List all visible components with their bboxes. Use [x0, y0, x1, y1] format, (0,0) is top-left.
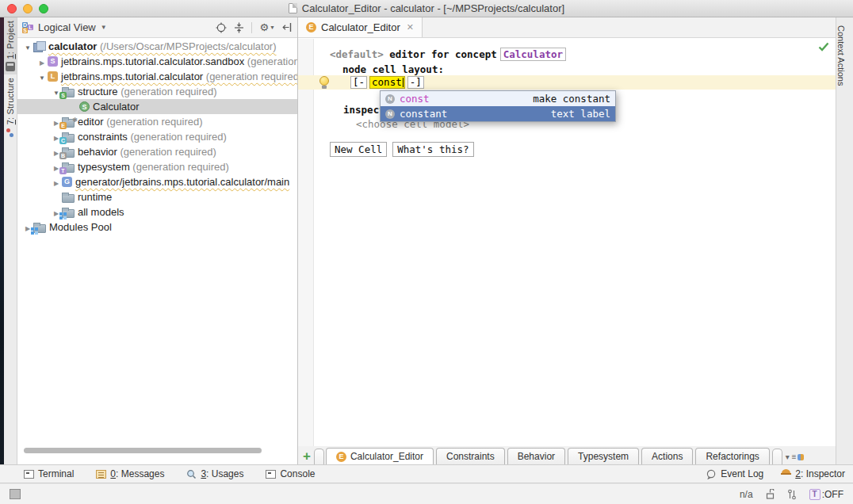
tab-spacer — [772, 449, 782, 464]
tree-item-sandbox[interactable]: S jetbrains.mps.tutorial.calculator.sand… — [17, 54, 297, 69]
generator-icon: G — [62, 177, 72, 187]
minimize-window-button[interactable] — [23, 4, 33, 13]
typesystem-aspect-icon: T — [62, 164, 75, 173]
aspect-tab-strip: + E Calculator_Editor Constraints Behavi… — [298, 446, 836, 464]
tree-item-generator[interactable]: G generator/jetbrains.mps.tutorial.calcu… — [17, 174, 297, 189]
tree-item-constraints[interactable]: C constraints (generation required) — [17, 129, 297, 144]
whats-this-button[interactable]: What's this? — [392, 142, 473, 157]
chevron-collapsed-icon[interactable] — [36, 55, 48, 67]
intention-bulb-icon[interactable] — [319, 76, 329, 86]
status-bar: n/a T :OFF — [0, 484, 853, 504]
aspect-tab-typesystem[interactable]: Typesystem — [568, 448, 639, 464]
editor-header-line[interactable]: <default> editor for conceptCalculator — [330, 48, 566, 60]
tool-button-messages[interactable]: 0: Messages — [96, 468, 164, 479]
tool-button-console[interactable]: Console — [266, 468, 315, 479]
completion-item-const[interactable]: const make constant — [381, 91, 615, 106]
tool-button-inspector[interactable]: 2: Inspector — [781, 468, 845, 479]
tool-button-usages[interactable]: 3: Usages — [186, 468, 243, 479]
tree-item-structure[interactable]: S structure (generation required) — [17, 84, 297, 99]
console-icon — [266, 470, 276, 479]
aspect-tab-calculator-editor[interactable]: E Calculator_Editor — [326, 448, 434, 464]
window-controls[interactable] — [7, 4, 48, 13]
edited-cell[interactable]: const — [369, 76, 405, 89]
modules-pool-icon — [33, 224, 46, 233]
aspect-tab-actions[interactable]: Actions — [641, 448, 693, 464]
add-aspect-icon[interactable]: + — [300, 448, 314, 464]
tree-item-runtime[interactable]: runtime — [17, 189, 297, 204]
chevron-collapsed-icon[interactable] — [51, 176, 62, 188]
right-tool-stripe: Context Actions — [836, 17, 853, 464]
tree-item-language[interactable]: L jetbrains.mps.tutorial.calculator (gen… — [17, 69, 297, 84]
structure-aspect-icon: S — [62, 89, 75, 97]
aspect-tab-behavior[interactable]: Behavior — [507, 448, 565, 464]
highlighting-level-icon[interactable] — [787, 489, 797, 500]
editor-aspect-tab-icon: E — [306, 22, 316, 32]
solution-icon: S — [48, 56, 58, 67]
completion-item-constant[interactable]: constant text label — [381, 106, 615, 121]
toggle-toolwindows-icon[interactable] — [10, 489, 21, 499]
aspect-tab-refactorings[interactable]: Refactorings — [695, 448, 769, 464]
inspection-ok-icon — [818, 42, 829, 52]
unlock-icon[interactable] — [766, 489, 775, 499]
open-bracket-cell[interactable]: [- — [350, 76, 367, 89]
chevron-down-icon[interactable]: ▼ — [101, 24, 107, 31]
concept-reference[interactable]: Calculator — [500, 48, 566, 61]
tab-spacer — [314, 449, 324, 464]
aspect-tab-constraints[interactable]: Constraints — [436, 448, 505, 464]
editor-area: E Calculator_Editor ✕ <default> editor f… — [297, 17, 836, 464]
close-bracket-cell[interactable]: -] — [407, 76, 424, 89]
tree-item-behavior[interactable]: B behavior (generation required) — [17, 144, 297, 159]
typesystem-toggle[interactable]: T :OFF — [809, 489, 843, 500]
tool-button-terminal[interactable]: Terminal — [24, 468, 74, 479]
tree-item-editor[interactable]: E✱ editor (generation required) — [17, 114, 297, 129]
cell-collection[interactable]: [- const -] — [350, 76, 424, 89]
text-caret — [403, 78, 404, 87]
close-window-button[interactable] — [7, 4, 17, 13]
tool-button-event-log[interactable]: Event Log — [706, 468, 763, 479]
project-panel: DSL Logical View ▼ ⚙▼ calcu — [17, 17, 297, 464]
horizontal-scrollbar[interactable] — [24, 448, 262, 453]
chevron-expanded-icon[interactable] — [22, 40, 33, 52]
left-tool-stripe: 1: Project 7: Structure — [4, 17, 17, 464]
tree-item-all-models[interactable]: all models — [17, 204, 297, 220]
editor-content[interactable]: <default> editor for conceptCalculator n… — [298, 39, 836, 446]
tool-button-project[interactable]: 1: Project — [4, 17, 17, 74]
structure-tool-icon — [6, 128, 15, 138]
node-icon — [385, 109, 395, 119]
editor-aspect-tab-icon: E — [336, 452, 346, 462]
tool-window-bar: Terminal 0: Messages 3: Usages Console E… — [0, 464, 853, 483]
concept-icon: S — [79, 101, 90, 112]
logical-view-icon: DSL — [22, 22, 33, 33]
usages-search-icon — [186, 469, 197, 479]
close-tab-icon[interactable]: ✕ — [407, 22, 414, 32]
tree-item-calculator-project[interactable]: calculator (/Users/Oscar/MPSProjects/cal… — [17, 39, 297, 54]
folder-icon — [62, 194, 75, 203]
tool-button-structure[interactable]: 7: Structure — [4, 74, 17, 140]
zoom-window-button[interactable] — [39, 4, 48, 13]
view-selector[interactable]: Logical View — [38, 21, 96, 33]
tool-button-context-actions[interactable]: Context Actions — [836, 25, 846, 86]
inspector-icon — [781, 469, 791, 479]
tree-item-calculator-concept[interactable]: S Calculator — [17, 99, 297, 114]
project-panel-header: DSL Logical View ▼ ⚙▼ — [17, 17, 297, 38]
editor-tab-calculator-editor[interactable]: E Calculator_Editor ✕ — [298, 17, 423, 37]
tree-item-modules-pool[interactable]: Modules Pool — [17, 220, 297, 235]
node-icon — [385, 94, 395, 104]
hide-panel-icon[interactable] — [282, 22, 293, 32]
editor-gutter — [298, 39, 314, 446]
tree-item-typesystem[interactable]: T typesystem (generation required) — [17, 159, 297, 174]
new-cell-button[interactable]: New Cell — [330, 142, 387, 157]
chevron-expanded-icon[interactable] — [36, 71, 48, 82]
project-tree: calculator (/Users/Oscar/MPSProjects/cal… — [17, 39, 297, 464]
project-icon — [33, 41, 45, 52]
settings-gear-icon[interactable]: ⚙▼ — [259, 21, 275, 33]
typesystem-icon: T — [809, 489, 820, 500]
event-log-icon — [706, 469, 717, 479]
collapse-all-icon[interactable] — [234, 22, 244, 33]
locate-icon[interactable] — [216, 22, 227, 33]
window-title: Calculator_Editor - calculator - [~/MPSP… — [302, 2, 564, 14]
node-cell-layout-label[interactable]: node cell layout: — [342, 63, 444, 75]
hidden-tabs-icon[interactable]: ▾ ≡ — [786, 452, 805, 464]
position-indicator: n/a — [740, 489, 753, 500]
messages-icon — [96, 470, 106, 479]
